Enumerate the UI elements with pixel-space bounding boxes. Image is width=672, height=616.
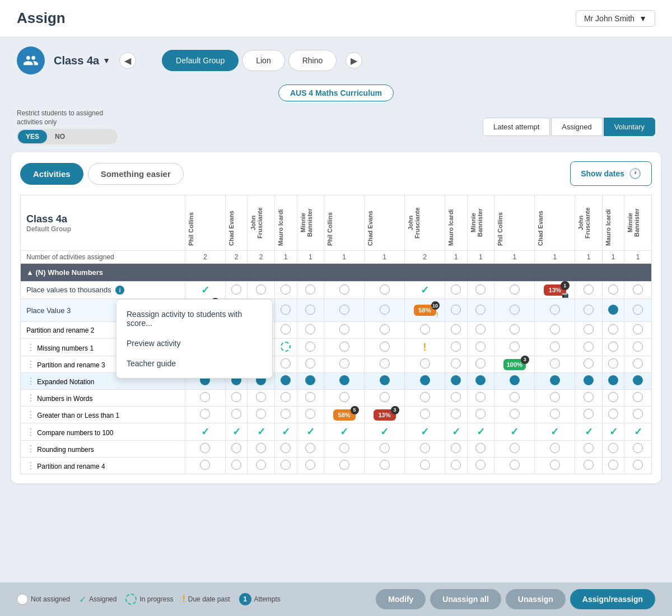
- cell-3-4[interactable]: [274, 322, 297, 339]
- cell-7-5[interactable]: [297, 390, 324, 407]
- cell-8-10[interactable]: [467, 407, 494, 423]
- cell-5-8[interactable]: [405, 356, 445, 373]
- cell-9-14[interactable]: ✓: [602, 423, 624, 441]
- prev-group-arrow[interactable]: ◀: [119, 52, 136, 69]
- cell-2-9[interactable]: [445, 299, 468, 322]
- cell-3-11[interactable]: [494, 322, 535, 339]
- cell-10-4[interactable]: [274, 441, 297, 458]
- cell-10-15[interactable]: [624, 441, 652, 458]
- cell-9-8[interactable]: ✓: [405, 423, 445, 441]
- tab-activities[interactable]: Activities: [20, 163, 83, 185]
- next-group-arrow[interactable]: ▶: [346, 52, 362, 69]
- cell-7-9[interactable]: [445, 390, 468, 407]
- cell-5-7[interactable]: [365, 356, 405, 373]
- cell-9-3[interactable]: ✓: [248, 423, 274, 441]
- cell-5-4[interactable]: [274, 356, 297, 373]
- group-tab-default[interactable]: Default Group: [162, 50, 239, 71]
- cell-4-11[interactable]: [494, 339, 535, 356]
- cell-4-5[interactable]: [297, 339, 324, 356]
- cell-1-12[interactable]: 13% 1 📷: [535, 282, 575, 299]
- cell-5-15[interactable]: [624, 356, 652, 373]
- cell-6-15[interactable]: [624, 373, 652, 390]
- cell-3-12[interactable]: [535, 322, 575, 339]
- cell-7-7[interactable]: [365, 390, 405, 407]
- cell-9-12[interactable]: ✓: [535, 423, 575, 441]
- cell-11-3[interactable]: [248, 458, 274, 474]
- cell-10-10[interactable]: [467, 441, 494, 458]
- cell-7-1[interactable]: [185, 390, 225, 407]
- cell-2-7[interactable]: [365, 299, 405, 322]
- cell-9-5[interactable]: ✓: [297, 423, 324, 441]
- cell-7-2[interactable]: [225, 390, 248, 407]
- curriculum-badge[interactable]: AUS 4 Maths Curriculum: [278, 85, 394, 101]
- cell-11-6[interactable]: [324, 458, 365, 474]
- toggle-no[interactable]: NO: [47, 130, 73, 143]
- cell-4-6[interactable]: [324, 339, 365, 356]
- group-tab-lion[interactable]: Lion: [242, 50, 284, 71]
- cell-2-13[interactable]: [575, 299, 602, 322]
- cell-10-2[interactable]: [225, 441, 248, 458]
- cell-7-4[interactable]: [274, 390, 297, 407]
- cell-9-9[interactable]: ✓: [445, 423, 468, 441]
- cell-5-5[interactable]: [297, 356, 324, 373]
- cell-6-5[interactable]: [297, 373, 324, 390]
- cell-5-13[interactable]: [575, 356, 602, 373]
- cell-6-11[interactable]: [494, 373, 535, 390]
- cell-7-3[interactable]: [248, 390, 274, 407]
- cell-2-11[interactable]: [494, 299, 535, 322]
- cell-1-8[interactable]: ✓: [405, 282, 445, 299]
- cell-11-1[interactable]: [185, 458, 225, 474]
- cell-10-14[interactable]: [602, 441, 624, 458]
- cell-4-14[interactable]: [602, 339, 624, 356]
- cell-8-8[interactable]: [405, 407, 445, 423]
- cell-5-14[interactable]: [602, 356, 624, 373]
- user-menu[interactable]: Mr John Smith ▼: [576, 10, 655, 27]
- cell-10-7[interactable]: [365, 441, 405, 458]
- cell-6-4[interactable]: [274, 373, 297, 390]
- cell-3-13[interactable]: [575, 322, 602, 339]
- cell-8-12[interactable]: [535, 407, 575, 423]
- cell-8-11[interactable]: [494, 407, 535, 423]
- cell-7-8[interactable]: [405, 390, 445, 407]
- cell-11-7[interactable]: [365, 458, 405, 474]
- cell-3-15[interactable]: [624, 322, 652, 339]
- cell-5-9[interactable]: [445, 356, 468, 373]
- cell-1-1[interactable]: ✓: [185, 282, 225, 299]
- cell-10-11[interactable]: [494, 441, 535, 458]
- cell-4-8[interactable]: !: [405, 339, 445, 356]
- cell-11-15[interactable]: [624, 458, 652, 474]
- cell-7-10[interactable]: [467, 390, 494, 407]
- cell-8-4[interactable]: [274, 407, 297, 423]
- cell-11-11[interactable]: [494, 458, 535, 474]
- tab-easier[interactable]: Something easier: [88, 163, 184, 185]
- cell-10-8[interactable]: [405, 441, 445, 458]
- cell-6-9[interactable]: [445, 373, 468, 390]
- kebab-menu-11[interactable]: ⋮: [26, 461, 35, 470]
- cell-9-13[interactable]: ✓: [575, 423, 602, 441]
- cell-4-10[interactable]: [467, 339, 494, 356]
- cell-1-6[interactable]: [324, 282, 365, 299]
- cell-1-9[interactable]: [445, 282, 468, 299]
- info-icon-1[interactable]: i: [115, 286, 124, 295]
- toggle-group[interactable]: YES NO: [17, 129, 118, 144]
- cell-11-10[interactable]: [467, 458, 494, 474]
- cell-7-13[interactable]: [575, 390, 602, 407]
- cell-11-9[interactable]: [445, 458, 468, 474]
- cell-4-13[interactable]: [575, 339, 602, 356]
- class-name-dropdown[interactable]: Class 4a ▼: [54, 54, 110, 67]
- cell-3-14[interactable]: [602, 322, 624, 339]
- cell-10-9[interactable]: [445, 441, 468, 458]
- show-dates-button[interactable]: Show dates 🕐: [570, 161, 652, 186]
- cell-4-7[interactable]: [365, 339, 405, 356]
- cell-3-9[interactable]: [445, 322, 468, 339]
- cell-7-6[interactable]: [324, 390, 365, 407]
- kebab-menu-6[interactable]: ⋮: [26, 376, 35, 386]
- cell-1-13[interactable]: [575, 282, 602, 299]
- kebab-menu-5[interactable]: ⋮: [26, 360, 35, 369]
- kebab-menu-10[interactable]: ⋮: [26, 444, 35, 454]
- unassign-all-button[interactable]: Unassign all: [430, 589, 501, 609]
- cell-6-7[interactable]: [365, 373, 405, 390]
- cell-10-12[interactable]: [535, 441, 575, 458]
- kebab-menu-9[interactable]: ⋮: [26, 427, 35, 437]
- cell-8-9[interactable]: [445, 407, 468, 423]
